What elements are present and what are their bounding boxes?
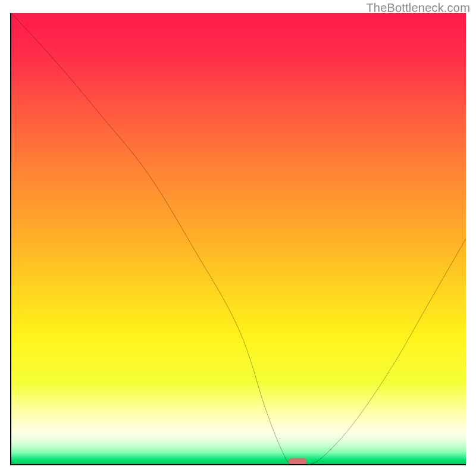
chart-stage: TheBottleneck.com: [0, 0, 476, 476]
plot-area: [10, 13, 466, 465]
optimal-marker: [289, 459, 307, 465]
bottleneck-curve: [11, 13, 466, 464]
